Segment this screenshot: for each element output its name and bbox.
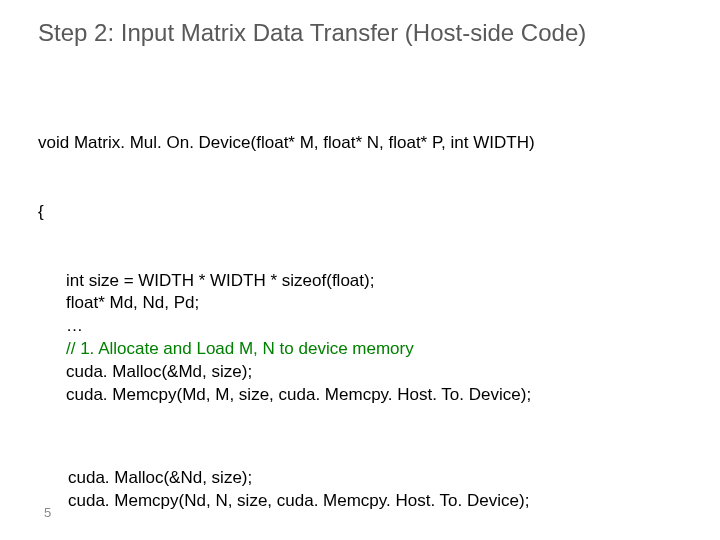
code-line: … bbox=[66, 316, 83, 335]
slide: Step 2: Input Matrix Data Transfer (Host… bbox=[0, 0, 720, 540]
code-line: cuda. Memcpy(Md, M, size, cuda. Memcpy. … bbox=[66, 385, 531, 404]
code-line: cuda. Malloc(&Nd, size); bbox=[68, 468, 252, 487]
code-line: cuda. Malloc(&Md, size); bbox=[66, 362, 252, 381]
code-line: float* Md, Nd, Pd; bbox=[66, 293, 199, 312]
code-line-signature: void Matrix. Mul. On. Device(float* M, f… bbox=[38, 132, 690, 155]
code-line: cuda. Memcpy(Nd, N, size, cuda. Memcpy. … bbox=[68, 491, 529, 510]
slide-title: Step 2: Input Matrix Data Transfer (Host… bbox=[38, 18, 690, 48]
code-block: void Matrix. Mul. On. Device(float* M, f… bbox=[38, 86, 690, 540]
code-line: int size = WIDTH * WIDTH * sizeof(float)… bbox=[66, 271, 374, 290]
code-line-open-brace: { bbox=[38, 201, 690, 224]
page-number: 5 bbox=[44, 505, 51, 520]
code-comment: // 1. Allocate and Load M, N to device m… bbox=[66, 339, 414, 358]
